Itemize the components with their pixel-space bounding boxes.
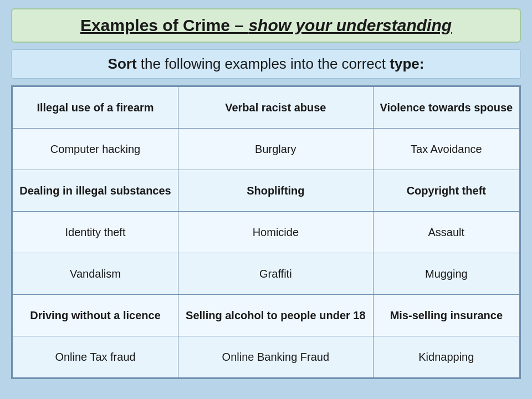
subtitle: Sort the following examples into the cor… [108,55,424,72]
table-cell: Assault [373,212,519,253]
table-cell: Mugging [373,253,519,295]
table-cell: Illegal use of a firearm [13,87,178,129]
subtitle-rest: the following examples into the correct [137,55,390,72]
table-cell: Graffiti [178,253,374,295]
title-box: Examples of Crime – show your understand… [11,8,521,43]
table-row: Computer hackingBurglaryTax Avoidance [13,129,520,170]
table-cell: Online Banking Fraud [178,336,374,378]
table-cell: Burglary [178,129,374,170]
table-row: Online Tax fraudOnline Banking FraudKidn… [13,336,520,378]
table-row: Illegal use of a firearmVerbal racist ab… [13,87,520,129]
title-separator: – [230,16,248,34]
title-italic: show your understanding [248,16,452,34]
table-cell: Homicide [178,212,374,253]
page-title: Examples of Crime – show your understand… [80,16,452,34]
table-row: Driving without a licenceSelling alcohol… [13,295,520,336]
crimes-table-container: Illegal use of a firearmVerbal racist ab… [11,85,521,379]
table-cell: Verbal racist abuse [178,87,374,129]
title-main: Examples of Crime [80,16,230,34]
subtitle-bold: Sort [108,55,137,72]
table-cell: Violence towards spouse [373,87,519,129]
table-cell: Identity theft [13,212,178,253]
table-row: Identity theftHomicideAssault [13,212,520,253]
table-cell: Computer hacking [13,129,178,170]
table-cell: Mis-selling insurance [373,295,519,336]
table-cell: Vandalism [13,253,178,295]
subtitle-box: Sort the following examples into the cor… [11,49,521,79]
table-cell: Tax Avoidance [373,129,519,170]
table-cell: Shoplifting [178,170,374,212]
table-cell: Kidnapping [373,336,519,378]
table-cell: Driving without a licence [13,295,178,336]
table-cell: Copyright theft [373,170,519,212]
subtitle-type: type: [390,55,424,72]
table-cell: Dealing in illegal substances [13,170,178,212]
crimes-table: Illegal use of a firearmVerbal racist ab… [12,86,520,378]
table-row: VandalismGraffitiMugging [13,253,520,295]
table-row: Dealing in illegal substancesShoplifting… [13,170,520,212]
table-cell: Online Tax fraud [13,336,178,378]
table-cell: Selling alcohol to people under 18 [178,295,374,336]
